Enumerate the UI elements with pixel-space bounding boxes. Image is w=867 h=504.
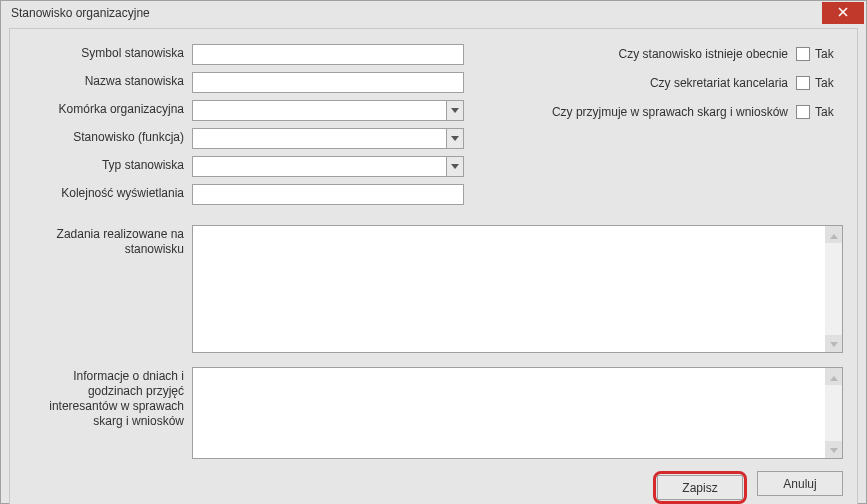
left-column: Symbol stanowiska Nazwa stanowiska Komór… bbox=[24, 43, 464, 211]
chevron-up-icon bbox=[830, 228, 838, 242]
content-panel: Symbol stanowiska Nazwa stanowiska Komór… bbox=[9, 28, 858, 504]
label-zadania: Zadania realizowane na stanowisku bbox=[24, 225, 192, 353]
window-title: Stanowisko organizacyjne bbox=[11, 6, 822, 20]
label-komorka: Komórka organizacyjna bbox=[24, 103, 192, 116]
combo-stanowisko[interactable] bbox=[192, 128, 464, 149]
checkbox-sekretariat[interactable] bbox=[796, 76, 810, 90]
chevron-down-icon bbox=[451, 131, 459, 145]
textarea-zadania[interactable] bbox=[193, 226, 825, 352]
chevron-down-icon bbox=[451, 159, 459, 173]
combo-typ-input[interactable] bbox=[192, 156, 446, 177]
scroll-up-button[interactable] bbox=[825, 226, 842, 243]
label-informacje: Informacje o dniach i godzinach przyjęć … bbox=[24, 367, 192, 459]
label-kolejnosc: Kolejność wyświetlania bbox=[24, 187, 192, 200]
right-column: Czy stanowisko istnieje obecnie Tak Czy … bbox=[488, 43, 843, 211]
checkbox-skargi[interactable] bbox=[796, 105, 810, 119]
label-stanowisko: Stanowisko (funkcja) bbox=[24, 131, 192, 144]
checkbox-istnieje[interactable] bbox=[796, 47, 810, 61]
row-zadania: Zadania realizowane na stanowisku bbox=[24, 225, 843, 353]
combo-komorka[interactable] bbox=[192, 100, 464, 121]
scroll-up-button[interactable] bbox=[825, 368, 842, 385]
chevron-up-icon bbox=[830, 370, 838, 384]
titlebar: Stanowisko organizacyjne bbox=[1, 1, 866, 24]
textarea-informacje-wrap bbox=[192, 367, 843, 459]
highlight-zapisz: Zapisz bbox=[653, 471, 747, 504]
scrollbar-zadania[interactable] bbox=[825, 226, 842, 352]
row-informacje: Informacje o dniach i godzinach przyjęć … bbox=[24, 367, 843, 459]
checkbox-istnieje-text: Tak bbox=[815, 47, 843, 61]
label-skargi: Czy przyjmuje w sprawach skarg i wnioskó… bbox=[488, 105, 796, 119]
textarea-zadania-wrap bbox=[192, 225, 843, 353]
chevron-down-icon bbox=[830, 337, 838, 351]
scroll-down-button[interactable] bbox=[825, 441, 842, 458]
close-icon bbox=[838, 6, 848, 20]
scrollbar-informacje[interactable] bbox=[825, 368, 842, 458]
combo-stanowisko-button[interactable] bbox=[446, 128, 464, 149]
checkbox-sekretariat-text: Tak bbox=[815, 76, 843, 90]
chevron-down-icon bbox=[830, 443, 838, 457]
label-symbol: Symbol stanowiska bbox=[24, 47, 192, 60]
label-istnieje: Czy stanowisko istnieje obecnie bbox=[488, 47, 796, 61]
footer: Zapisz Anuluj bbox=[24, 471, 843, 504]
combo-stanowisko-input[interactable] bbox=[192, 128, 446, 149]
label-nazwa: Nazwa stanowiska bbox=[24, 75, 192, 88]
close-button[interactable] bbox=[822, 2, 864, 24]
combo-komorka-input[interactable] bbox=[192, 100, 446, 121]
input-kolejnosc[interactable] bbox=[192, 184, 464, 205]
combo-typ[interactable] bbox=[192, 156, 464, 177]
label-typ: Typ stanowiska bbox=[24, 159, 192, 172]
input-symbol[interactable] bbox=[192, 44, 464, 65]
form-upper: Symbol stanowiska Nazwa stanowiska Komór… bbox=[24, 43, 843, 211]
anuluj-button[interactable]: Anuluj bbox=[757, 471, 843, 496]
chevron-down-icon bbox=[451, 103, 459, 117]
zapisz-button[interactable]: Zapisz bbox=[657, 475, 743, 500]
dialog-window: Stanowisko organizacyjne Symbol stanowis… bbox=[0, 0, 867, 504]
checkbox-skargi-text: Tak bbox=[815, 105, 843, 119]
scroll-down-button[interactable] bbox=[825, 335, 842, 352]
input-nazwa[interactable] bbox=[192, 72, 464, 93]
combo-typ-button[interactable] bbox=[446, 156, 464, 177]
label-sekretariat: Czy sekretariat kancelaria bbox=[488, 76, 796, 90]
textarea-informacje[interactable] bbox=[193, 368, 825, 458]
combo-komorka-button[interactable] bbox=[446, 100, 464, 121]
